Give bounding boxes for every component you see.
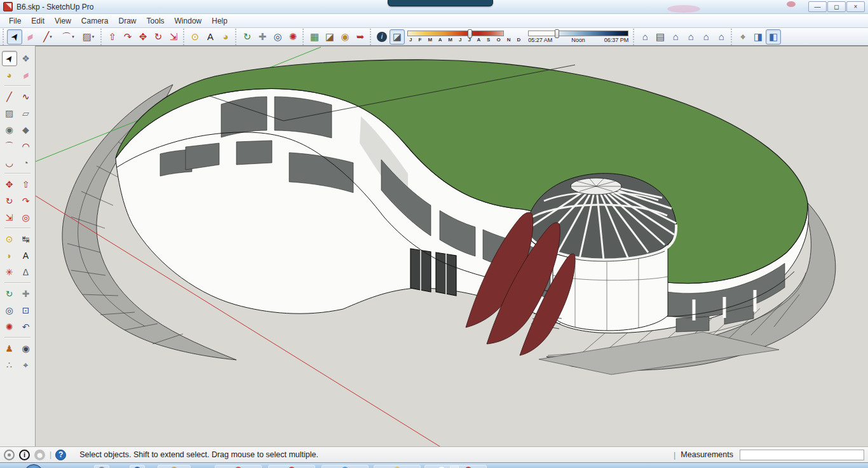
start-orb[interactable] <box>24 464 43 468</box>
view-left-button[interactable]: ⌂ <box>714 29 729 45</box>
eraser-tool[interactable]: ▰ <box>18 67 34 83</box>
view-iso-button[interactable]: ⌂ <box>637 29 653 45</box>
measurements-input[interactable] <box>740 450 864 460</box>
push-pull-tool[interactable]: ⇧ <box>105 29 120 45</box>
polygon-tool[interactable]: ◆ <box>18 122 34 137</box>
look-around-tool[interactable]: ◉ <box>18 341 34 356</box>
time-slider-handle[interactable] <box>555 29 559 38</box>
view-top-button[interactable]: ▤ <box>653 29 668 45</box>
section-plane-button[interactable]: ⌖ <box>735 29 750 45</box>
previous-view-tool[interactable]: ↶ <box>18 319 34 334</box>
menu-camera[interactable]: Camera <box>76 15 114 27</box>
menu-window[interactable]: Window <box>170 15 207 27</box>
shadow-time-slider[interactable] <box>528 31 628 36</box>
freehand-tool[interactable]: ∿ <box>18 89 34 104</box>
windows-taskbar[interactable] <box>0 462 868 468</box>
minimize-button[interactable]: — <box>808 1 827 12</box>
taskbar-app-2[interactable] <box>130 465 145 468</box>
taskbar-app-3[interactable] <box>158 465 191 468</box>
display-section-planes-button[interactable]: ◨ <box>750 29 766 45</box>
photo-textures-button[interactable]: ◉ <box>337 29 353 45</box>
zoom-tool[interactable]: ◎ <box>270 29 285 45</box>
help-icon[interactable]: ? <box>55 450 66 460</box>
paint-bucket-tool[interactable]: ◕ <box>2 67 17 83</box>
two-point-arc-tool[interactable]: ◠ <box>18 139 34 154</box>
scale-tool[interactable]: ⇲ <box>2 210 17 225</box>
taskbar-app-4[interactable] <box>215 465 262 468</box>
rotated-rectangle-tool[interactable]: ▱ <box>18 106 34 121</box>
follow-me-tool[interactable]: ↷ <box>18 193 34 209</box>
paint-bucket-tool[interactable]: ◕ <box>218 29 233 45</box>
rectangle-tool[interactable]: ▨ <box>2 106 17 121</box>
shadow-settings-button[interactable]: i <box>374 29 390 45</box>
zoom-window-tool[interactable]: ⊡ <box>18 303 34 318</box>
walk-tool[interactable]: ∴ <box>2 357 17 373</box>
taskbar-app-1[interactable] <box>94 465 109 468</box>
text-tool[interactable]: A <box>18 248 34 263</box>
move-tool[interactable]: ✥ <box>2 177 17 192</box>
follow-me-tool[interactable]: ↷ <box>120 29 135 45</box>
menu-edit[interactable]: Edit <box>26 15 50 27</box>
scale-tool[interactable]: ⇲ <box>166 29 181 45</box>
taskbar-app-6[interactable] <box>322 465 369 468</box>
model-viewport[interactable] <box>36 46 868 446</box>
rotate-tool[interactable]: ↻ <box>151 29 166 45</box>
shadow-month-slider[interactable] <box>407 31 504 36</box>
taskbar-app-5[interactable] <box>268 465 315 468</box>
push-pull-tool[interactable]: ⇧ <box>18 177 34 192</box>
pan-tool[interactable]: ✚ <box>255 29 270 45</box>
section-plane-tool[interactable]: ⌖ <box>18 357 34 373</box>
select-tool[interactable]: ➤ <box>2 51 17 66</box>
taskbar-app-9[interactable] <box>450 465 487 468</box>
zoom-tool[interactable]: ◎ <box>2 303 17 318</box>
rotate-tool[interactable]: ↻ <box>2 193 17 209</box>
add-location-button[interactable]: ▦ <box>307 29 322 45</box>
text-tool[interactable]: A <box>203 29 218 45</box>
dropdown-caret-icon[interactable]: ▾ <box>92 34 95 39</box>
menu-help[interactable]: Help <box>207 15 233 27</box>
menu-file[interactable]: File <box>4 15 26 27</box>
zoom-extents-tool[interactable]: ✺ <box>285 29 301 45</box>
zoom-extents-tool[interactable]: ✺ <box>2 319 17 334</box>
position-camera-tool[interactable]: ♟ <box>2 341 17 356</box>
dropdown-caret-icon[interactable]: ▾ <box>72 34 74 39</box>
dropdown-caret-icon[interactable]: ▾ <box>50 34 52 39</box>
toggle-terrain-button[interactable]: ◪ <box>322 29 337 45</box>
arc-tool[interactable]: ⌒▾ <box>58 29 78 45</box>
line-tool[interactable]: ╱▾ <box>37 29 58 45</box>
dimension-tool[interactable]: ↹ <box>18 231 34 247</box>
move-tool[interactable]: ✥ <box>135 29 151 45</box>
claim-credit-icon[interactable]: i <box>19 450 30 460</box>
orbit-tool[interactable]: ↻ <box>2 286 17 301</box>
shadow-toggle-button[interactable]: ◪ <box>390 29 405 45</box>
eraser-tool[interactable]: ▰ <box>22 29 37 45</box>
menu-view[interactable]: View <box>50 15 76 27</box>
sign-in-icon[interactable]: ☻ <box>34 450 45 460</box>
view-right-button[interactable]: ⌂ <box>683 29 698 45</box>
share-model-button[interactable]: ➥ <box>353 29 368 45</box>
select-tool[interactable]: ➤ <box>7 29 22 45</box>
three-point-arc-tool[interactable]: ◡ <box>2 155 17 170</box>
make-component-tool[interactable]: ❖ <box>18 51 34 66</box>
circle-tool[interactable]: ◉ <box>2 122 17 137</box>
pan-tool[interactable]: ✚ <box>18 286 34 301</box>
orbit-tool[interactable]: ↻ <box>240 29 255 45</box>
menu-tools[interactable]: Tools <box>142 15 170 27</box>
display-section-cuts-button[interactable]: ◧ <box>766 29 781 45</box>
axes-tool[interactable]: ✳ <box>2 265 17 280</box>
menu-draw[interactable]: Draw <box>114 15 142 27</box>
offset-tool[interactable]: ◎ <box>18 210 34 225</box>
view-back-button[interactable]: ⌂ <box>698 29 714 45</box>
taskbar-app-7[interactable] <box>374 465 421 468</box>
close-button[interactable]: × <box>846 1 865 12</box>
tape-measure-tool[interactable]: ⊙ <box>187 29 203 45</box>
rectangle-tool[interactable]: ▨▾ <box>78 29 98 45</box>
month-slider-handle[interactable] <box>468 29 472 38</box>
restore-button[interactable]: ◻ <box>827 1 846 12</box>
geolocation-icon[interactable] <box>4 450 15 460</box>
tape-measure-tool[interactable]: ⊙ <box>2 231 17 247</box>
view-front-button[interactable]: ⌂ <box>668 29 683 45</box>
arc-tool[interactable]: ⌒ <box>2 139 17 154</box>
line-tool[interactable]: ╱ <box>2 89 17 104</box>
protractor-tool[interactable]: ◗ <box>2 248 17 263</box>
